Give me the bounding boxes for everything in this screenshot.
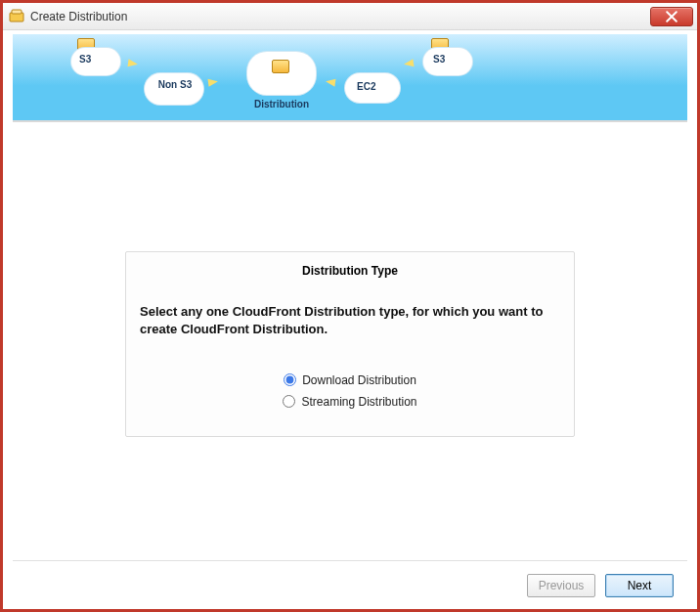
label-s3-right: S3 — [433, 54, 445, 65]
label-ec2: EC2 — [357, 81, 375, 92]
content-area: Distribution Type Select any one CloudFr… — [3, 122, 697, 609]
distribution-type-radio-group: Download Distribution Streaming Distribu… — [140, 373, 560, 409]
panel-area: Distribution Type Select any one CloudFr… — [13, 128, 687, 560]
radio-download-distribution[interactable]: Download Distribution — [284, 373, 416, 387]
title-bar: Create Distribution — [3, 3, 697, 30]
radio-streaming-label: Streaming Distribution — [301, 395, 416, 409]
panel-heading: Distribution Type — [140, 264, 560, 278]
arrow-icon — [325, 77, 335, 86]
label-s3-left: S3 — [79, 54, 91, 65]
label-non-s3: Non S3 — [153, 80, 197, 90]
radio-streaming-input[interactable] — [283, 395, 295, 408]
cloud-s3-right — [423, 48, 472, 75]
radio-download-input[interactable] — [284, 373, 296, 386]
label-distribution: Distribution — [242, 99, 321, 109]
svg-rect-1 — [12, 10, 22, 14]
distribution-type-panel: Distribution Type Select any one CloudFr… — [125, 251, 575, 436]
window-title: Create Distribution — [30, 10, 650, 23]
radio-download-label: Download Distribution — [302, 373, 416, 387]
arrow-icon — [403, 59, 414, 67]
wizard-footer: Previous Next — [13, 560, 687, 609]
distribution-box-icon — [272, 60, 289, 73]
app-icon — [9, 9, 24, 24]
radio-streaming-distribution[interactable]: Streaming Distribution — [283, 395, 416, 409]
next-button[interactable]: Next — [605, 574, 674, 597]
arrow-icon — [207, 77, 218, 86]
close-button[interactable] — [650, 7, 693, 26]
panel-instruction: Select any one CloudFront Distribution t… — [140, 303, 560, 337]
cloud-distribution — [247, 52, 316, 95]
banner-diagram: S3 Non S3 Distribution EC2 S3 — [13, 34, 687, 122]
arrow-icon — [127, 59, 138, 67]
previous-button[interactable]: Previous — [527, 574, 595, 597]
dialog-window: Create Distribution S3 Non S3 Distributi… — [0, 0, 700, 612]
